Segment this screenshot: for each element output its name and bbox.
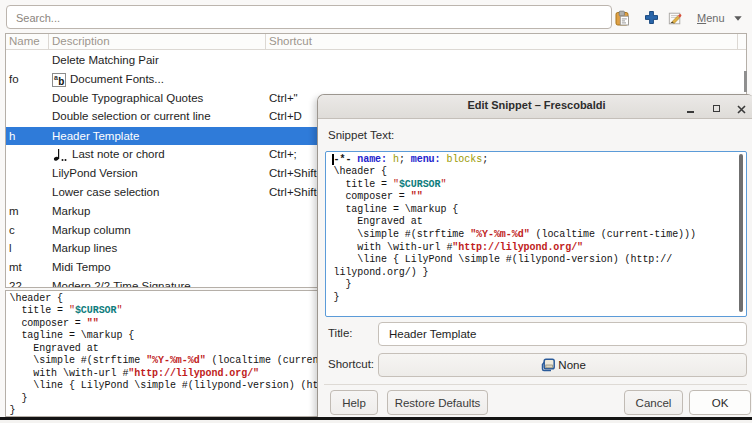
svg-text:b: b — [58, 75, 64, 86]
